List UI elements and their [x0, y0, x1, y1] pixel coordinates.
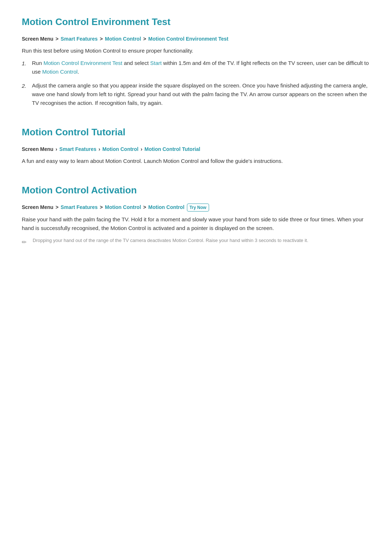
- step-2-content: Adjust the camera angle so that you appe…: [32, 81, 370, 107]
- pencil-icon: ✏: [22, 238, 29, 247]
- section3-title: Motion Control Activation: [22, 183, 370, 198]
- section-activation: Motion Control Activation Screen Menu > …: [22, 183, 370, 247]
- step-1: 1. Run Motion Control Environment Test a…: [22, 59, 370, 76]
- breadcrumb-env-test[interactable]: Motion Control Environment Test: [148, 36, 229, 42]
- section-environment-test: Motion Control Environment Test Screen M…: [22, 15, 370, 107]
- breadcrumb2-screen-menu: Screen Menu: [22, 146, 53, 152]
- step-2: 2. Adjust the camera angle so that you a…: [22, 81, 370, 107]
- section1-breadcrumb: Screen Menu > Smart Features > Motion Co…: [22, 35, 370, 43]
- section-tutorial: Motion Control Tutorial Screen Menu › Sm…: [22, 125, 370, 165]
- breadcrumb3-sep1: >: [56, 204, 58, 210]
- section3-body: Raise your hand with the palm facing the…: [22, 215, 370, 233]
- breadcrumb2-tutorial[interactable]: Motion Control Tutorial: [144, 146, 200, 152]
- step-1-text-end: .: [78, 69, 79, 75]
- section2-breadcrumb: Screen Menu › Smart Features › Motion Co…: [22, 145, 370, 153]
- breadcrumb2-sep2: ›: [98, 146, 100, 152]
- section3-note: Dropping your hand out of the range of t…: [33, 237, 308, 244]
- step-1-text-before: Run: [32, 60, 44, 66]
- step-1-text-middle: and select: [122, 60, 150, 66]
- breadcrumb-screen-menu: Screen Menu: [22, 36, 53, 42]
- breadcrumb2-sep3: ›: [140, 146, 142, 152]
- step-1-link1[interactable]: Motion Control Environment Test: [44, 60, 122, 66]
- section3-breadcrumb: Screen Menu > Smart Features > Motion Co…: [22, 203, 370, 212]
- breadcrumb-smart-features[interactable]: Smart Features: [61, 36, 98, 42]
- section1-steps: 1. Run Motion Control Environment Test a…: [22, 59, 370, 107]
- breadcrumb3-sep3: >: [143, 204, 146, 210]
- step-1-link2[interactable]: Start: [150, 60, 162, 66]
- section2-title: Motion Control Tutorial: [22, 125, 370, 140]
- try-now-badge[interactable]: Try Now: [187, 204, 209, 212]
- step-1-number: 1.: [22, 59, 32, 68]
- breadcrumb-sep1: >: [56, 36, 58, 42]
- step-1-content: Run Motion Control Environment Test and …: [32, 59, 370, 76]
- section2-body: A fun and easy way to learn about Motion…: [22, 157, 370, 165]
- breadcrumb3-motion-control[interactable]: Motion Control: [105, 204, 141, 210]
- breadcrumb2-smart-features[interactable]: Smart Features: [60, 146, 97, 152]
- step-1-link3[interactable]: Motion Control: [42, 69, 78, 75]
- section1-intro: Run this test before using Motion Contro…: [22, 46, 370, 55]
- breadcrumb3-sep2: >: [100, 204, 103, 210]
- section3-note-row: ✏ Dropping your hand out of the range of…: [22, 237, 370, 247]
- breadcrumb3-activation[interactable]: Motion Control: [148, 204, 185, 210]
- breadcrumb3-screen-menu: Screen Menu: [22, 204, 53, 210]
- step-2-number: 2.: [22, 81, 32, 90]
- breadcrumb2-motion-control[interactable]: Motion Control: [102, 146, 139, 152]
- breadcrumb2-sep1: ›: [56, 146, 57, 152]
- section1-title: Motion Control Environment Test: [22, 15, 370, 30]
- breadcrumb-motion-control[interactable]: Motion Control: [105, 36, 141, 42]
- breadcrumb3-smart-features[interactable]: Smart Features: [61, 204, 98, 210]
- breadcrumb-sep3: >: [143, 36, 146, 42]
- breadcrumb-sep2: >: [100, 36, 103, 42]
